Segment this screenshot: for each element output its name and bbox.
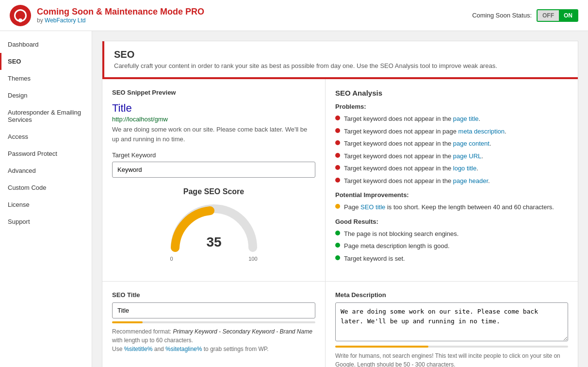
header-branding: Coming Soon & Maintenance Mode PRO by We… <box>10 5 204 26</box>
seo-title-link[interactable]: SEO title <box>360 203 385 211</box>
bottom-section: SEO Title Recommended format: Primary Ke… <box>102 282 578 367</box>
red-dot-3 <box>335 140 340 145</box>
sidebar-item-advanced[interactable]: Advanced <box>0 162 92 179</box>
red-dot-4 <box>335 153 340 158</box>
improvements-label: Potential Improvements: <box>335 191 568 199</box>
meta-description-label: Meta Description <box>335 291 568 299</box>
page-header: SEO Carefully craft your content in orde… <box>102 41 578 79</box>
problem-text-5: Target keyword does not appear in the lo… <box>344 164 478 173</box>
app-logo <box>10 5 31 26</box>
meta-hint: Write for humans, not search engines! Th… <box>335 351 568 367</box>
seo-title-section: SEO Title Recommended format: Primary Ke… <box>102 282 326 367</box>
app-header: Coming Soon & Maintenance Mode PRO by We… <box>0 0 588 31</box>
hint-format: Primary Keyword - Secondary Keyword - Br… <box>173 328 312 335</box>
red-dot-1 <box>335 116 340 120</box>
status-label: Coming Soon Status: <box>472 12 532 19</box>
problem-text-4: Target keyword does not appear in the pa… <box>344 151 483 161</box>
problems-label: Problems: <box>335 103 568 110</box>
app-title: Coming Soon & Maintenance Mode PRO <box>37 7 204 17</box>
sidebar-item-license[interactable]: License <box>0 196 92 213</box>
problem-item-1: Target keyword does not appear in the pa… <box>335 114 568 124</box>
problem-item-6: Target keyword does not appear in the pa… <box>335 176 568 186</box>
orange-dot-1 <box>335 204 340 209</box>
snippet-description: We are doing some work on our site. Plea… <box>112 125 315 144</box>
sidebar-item-custom-code[interactable]: Custom Code <box>0 179 92 196</box>
sidebar-item-dashboard[interactable]: Dashboard <box>0 36 92 53</box>
green-dot-3 <box>335 255 340 260</box>
green-dot-1 <box>335 231 340 235</box>
webfactory-link[interactable]: WebFactory Ltd <box>45 17 85 24</box>
seo-title-input[interactable] <box>112 302 315 318</box>
problem-text-6: Target keyword does not appear in the pa… <box>344 176 490 186</box>
problem-item-2: Target keyword does not appear in page m… <box>335 127 568 136</box>
red-dot-6 <box>335 178 340 183</box>
problem-text-2: Target keyword does not appear in page m… <box>344 127 506 136</box>
score-title: Page SEO Score <box>112 187 315 196</box>
sidebar-item-access[interactable]: Access <box>0 128 92 145</box>
sidebar-item-support[interactable]: Support <box>0 213 92 230</box>
gauge-max: 100 <box>248 256 257 262</box>
red-dot-2 <box>335 128 340 133</box>
analysis-title: SEO Analysis <box>335 89 568 97</box>
keyword-label: Target Keyword <box>112 151 315 159</box>
sidebar-item-design[interactable]: Design <box>0 87 92 104</box>
meta-description-section: Meta Description We are doing some work … <box>326 282 578 367</box>
analysis-section: SEO Analysis Problems: Target keyword do… <box>326 79 578 281</box>
problem-item-5: Target keyword does not appear in the lo… <box>335 164 568 173</box>
app-subtitle: by WebFactory Ltd <box>37 17 204 24</box>
snippet-section: SEO Snippet Preview Title http://localho… <box>102 79 326 281</box>
hint-recommended: Recommended format: <box>112 328 171 335</box>
sidebar-item-password-protect[interactable]: Password Protect <box>0 145 92 162</box>
main-content: SEO Carefully craft your content in orde… <box>92 31 588 367</box>
good-text-1: The page is not blocking search engines. <box>344 229 458 239</box>
page-description: Carefully craft your content in order to… <box>114 62 568 69</box>
seo-title-label: SEO Title <box>112 291 315 299</box>
snippet-section-title: SEO Snippet Preview <box>112 89 315 96</box>
seo-title-progress-fill <box>112 321 143 323</box>
good-item-1: The page is not blocking search engines. <box>335 229 568 239</box>
coming-soon-toggle[interactable]: OFF ON <box>537 9 578 22</box>
svg-text:35: 35 <box>206 234 221 250</box>
meta-progress-bar <box>335 346 568 348</box>
sidebar: Dashboard SEO Themes Design Autoresponde… <box>0 31 92 367</box>
red-dot-5 <box>335 165 340 170</box>
good-item-3: Target keyword is set. <box>335 254 568 264</box>
content-box: SEO Carefully craft your content in orde… <box>102 41 578 367</box>
keyword-input[interactable] <box>112 162 315 178</box>
improvement-text-1: Page SEO title is too short. Keep the le… <box>344 202 554 212</box>
header-status: Coming Soon Status: OFF ON <box>472 9 578 22</box>
page-title: SEO <box>114 49 568 60</box>
toggle-on[interactable]: ON <box>559 10 577 21</box>
seo-title-progress-bar <box>112 321 315 323</box>
improvement-item-1: Page SEO title is too short. Keep the le… <box>335 202 568 212</box>
good-text-3: Target keyword is set. <box>344 254 405 264</box>
meta-description-link[interactable]: meta description <box>458 128 505 135</box>
hint-length: with length up to 60 characters. <box>112 337 193 344</box>
score-section: Page SEO Score 35 0 <box>112 178 315 271</box>
page-url-link[interactable]: page URL <box>453 152 482 160</box>
meta-progress-fill <box>335 346 428 348</box>
page-content-link[interactable]: page content <box>453 140 490 147</box>
green-dot-2 <box>335 243 340 248</box>
sidebar-item-themes[interactable]: Themes <box>0 70 92 87</box>
gauge: 35 0 100 <box>170 204 258 262</box>
problem-item-4: Target keyword does not appear in the pa… <box>335 151 568 161</box>
logo-title-link[interactable]: logo title <box>453 165 476 172</box>
snippet-url: http://localhost/gmw <box>112 116 315 123</box>
top-section: SEO Snippet Preview Title http://localho… <box>102 79 578 282</box>
app-name-text: Coming Soon & Maintenance Mode <box>37 7 183 17</box>
by-text: by <box>37 17 43 24</box>
good-label: Good Results: <box>335 218 568 225</box>
app-name-suffix: PRO <box>185 7 204 17</box>
toggle-off[interactable]: OFF <box>538 10 559 21</box>
hint-vars: Use %sitetitle% and %sitetagline% to gra… <box>112 346 269 352</box>
sidebar-item-seo[interactable]: SEO <box>0 53 92 70</box>
gauge-min: 0 <box>170 256 173 262</box>
main-layout: Dashboard SEO Themes Design Autoresponde… <box>0 31 588 367</box>
sidebar-item-autoresponder[interactable]: Autoresponder & Emailing Services <box>0 104 92 128</box>
good-text-2: Page meta description length is good. <box>344 241 450 251</box>
meta-description-input[interactable]: We are doing some work on our site. Plea… <box>335 302 568 341</box>
page-header-link[interactable]: page header <box>453 177 488 184</box>
good-item-2: Page meta description length is good. <box>335 241 568 251</box>
page-title-link[interactable]: page title <box>453 115 479 122</box>
